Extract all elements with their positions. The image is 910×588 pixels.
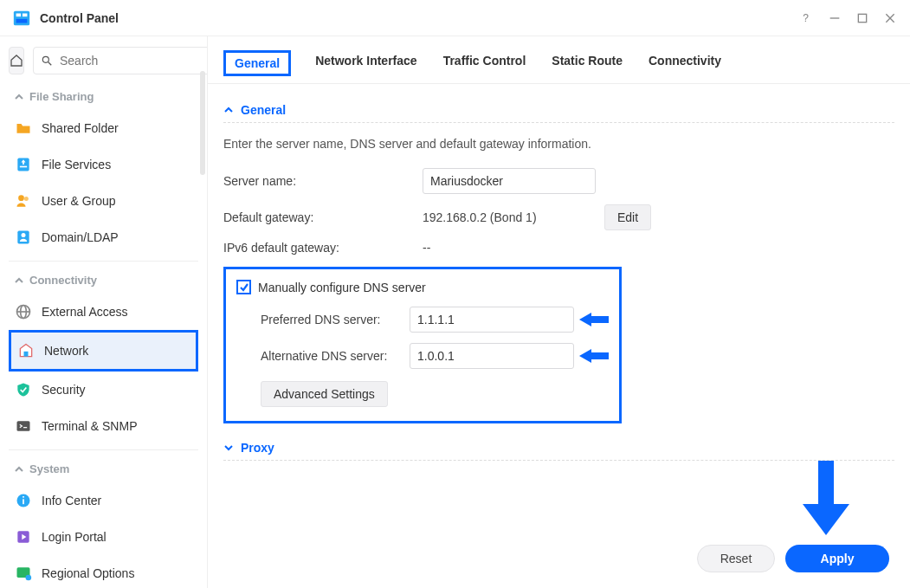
minimize-icon[interactable] bbox=[827, 10, 842, 26]
directory-icon bbox=[14, 228, 33, 247]
apply-button[interactable]: Apply bbox=[785, 545, 889, 572]
section-proxy-title: Proxy bbox=[241, 441, 274, 455]
advanced-settings-button[interactable]: Advanced Settings bbox=[261, 381, 388, 407]
sidebar-item-login-portal[interactable]: Login Portal bbox=[9, 519, 198, 555]
file-services-icon bbox=[14, 155, 33, 174]
svg-rect-34 bbox=[818, 461, 834, 504]
arrow-annotation-icon bbox=[803, 461, 849, 538]
titlebar: Control Panel ? bbox=[0, 0, 910, 36]
svg-rect-0 bbox=[14, 10, 29, 25]
section-connectivity[interactable]: Connectivity bbox=[9, 267, 198, 294]
sidebar-item-network[interactable]: Network bbox=[9, 330, 198, 372]
chevron-up-icon bbox=[14, 464, 24, 475]
info-icon bbox=[14, 491, 33, 510]
search-field[interactable] bbox=[33, 47, 208, 74]
svg-marker-32 bbox=[579, 313, 609, 326]
ipv6-gateway-label: IPv6 default gateway: bbox=[223, 241, 423, 255]
svg-rect-23 bbox=[17, 421, 30, 431]
server-name-label: Server name: bbox=[223, 174, 423, 188]
section-system[interactable]: System bbox=[9, 456, 198, 482]
sidebar-item-user-group[interactable]: User & Group bbox=[9, 183, 198, 219]
section-system-label: System bbox=[29, 462, 69, 475]
sidebar-item-label: Shared Folder bbox=[42, 121, 119, 135]
svg-point-15 bbox=[24, 197, 29, 201]
sidebar-item-regional-options[interactable]: Regional Options bbox=[9, 555, 198, 588]
row-alternative-dns: Alternative DNS server: bbox=[236, 338, 609, 374]
manual-dns-checkbox[interactable] bbox=[236, 280, 251, 294]
sidebar-item-label: File Services bbox=[42, 158, 111, 171]
reset-button[interactable]: Reset bbox=[697, 545, 775, 572]
row-preferred-dns: Preferred DNS server: bbox=[236, 301, 609, 338]
tab-traffic-control[interactable]: Traffic Control bbox=[442, 50, 528, 76]
footer-actions: Reset Apply bbox=[208, 533, 910, 588]
folder-icon bbox=[14, 119, 33, 138]
search-input[interactable] bbox=[58, 53, 208, 68]
svg-rect-1 bbox=[16, 13, 21, 16]
shield-icon bbox=[14, 380, 33, 399]
svg-marker-33 bbox=[579, 349, 609, 363]
svg-marker-35 bbox=[803, 504, 849, 535]
help-icon[interactable]: ? bbox=[799, 10, 815, 26]
tab-static-route[interactable]: Static Route bbox=[550, 50, 624, 76]
sidebar-item-info-center[interactable]: Info Center bbox=[9, 482, 198, 519]
alternative-dns-input[interactable] bbox=[410, 343, 574, 369]
sidebar-item-label: Login Portal bbox=[42, 530, 106, 544]
user-group-icon bbox=[14, 191, 33, 210]
svg-rect-2 bbox=[23, 13, 27, 16]
chevron-up-icon bbox=[14, 275, 24, 286]
tab-bar: General Network Interface Traffic Contro… bbox=[208, 36, 910, 84]
sidebar-item-label: Regional Options bbox=[42, 566, 134, 580]
svg-point-9 bbox=[42, 56, 48, 62]
svg-rect-3 bbox=[16, 18, 28, 23]
check-icon bbox=[239, 282, 249, 293]
chevron-up-icon bbox=[14, 92, 24, 102]
maximize-icon[interactable] bbox=[855, 10, 870, 26]
section-proxy-toggle[interactable]: Proxy bbox=[223, 436, 894, 461]
sidebar-item-label: Security bbox=[42, 383, 86, 397]
sidebar-item-label: Terminal & SNMP bbox=[42, 419, 137, 433]
globe-icon bbox=[14, 302, 33, 321]
sidebar-scrollbar[interactable] bbox=[200, 71, 205, 175]
row-default-gateway: Default gateway: 192.168.0.2 (Bond 1) Ed… bbox=[223, 199, 894, 236]
chevron-down-icon bbox=[223, 443, 234, 453]
section-file-sharing-label: File Sharing bbox=[29, 90, 94, 103]
sidebar: File Sharing Shared Folder File Services… bbox=[0, 36, 208, 588]
sidebar-item-file-services[interactable]: File Services bbox=[9, 146, 198, 183]
svg-rect-26 bbox=[23, 499, 24, 504]
alternative-dns-label: Alternative DNS server: bbox=[261, 349, 410, 363]
section-connectivity-label: Connectivity bbox=[29, 274, 97, 287]
sidebar-item-domain-ldap[interactable]: Domain/LDAP bbox=[9, 219, 198, 255]
svg-rect-12 bbox=[20, 166, 27, 168]
tab-network-interface[interactable]: Network Interface bbox=[313, 50, 418, 76]
svg-point-14 bbox=[18, 195, 24, 201]
section-general-title: General bbox=[241, 103, 286, 117]
arrow-annotation-icon bbox=[579, 347, 609, 365]
network-icon bbox=[16, 341, 35, 360]
sidebar-item-terminal-snmp[interactable]: Terminal & SNMP bbox=[9, 408, 198, 444]
tab-general[interactable]: General bbox=[223, 50, 291, 76]
row-ipv6-gateway: IPv6 default gateway: -- bbox=[223, 236, 894, 260]
preferred-dns-label: Preferred DNS server: bbox=[261, 313, 410, 326]
section-general-toggle[interactable]: General bbox=[223, 98, 894, 123]
general-description: Enter the server name, DNS server and de… bbox=[223, 137, 894, 151]
svg-rect-22 bbox=[24, 352, 29, 357]
sidebar-item-security[interactable]: Security bbox=[9, 372, 198, 408]
server-name-input[interactable] bbox=[423, 168, 596, 194]
section-file-sharing[interactable]: File Sharing bbox=[9, 83, 198, 110]
manual-dns-checkbox-row[interactable]: Manually configure DNS server bbox=[236, 280, 609, 294]
svg-line-10 bbox=[48, 62, 52, 66]
sidebar-item-label: Info Center bbox=[42, 494, 101, 507]
sidebar-item-external-access[interactable]: External Access bbox=[9, 294, 198, 330]
regional-icon bbox=[14, 564, 33, 583]
edit-gateway-button[interactable]: Edit bbox=[604, 204, 651, 230]
login-portal-icon bbox=[14, 527, 33, 546]
preferred-dns-input[interactable] bbox=[410, 307, 574, 333]
search-icon bbox=[41, 55, 53, 67]
arrow-annotation-icon bbox=[579, 311, 609, 328]
sidebar-item-shared-folder[interactable]: Shared Folder bbox=[9, 110, 198, 146]
sidebar-item-label: Network bbox=[44, 344, 88, 358]
home-button[interactable] bbox=[9, 47, 24, 74]
close-icon[interactable] bbox=[882, 10, 898, 26]
tab-connectivity[interactable]: Connectivity bbox=[647, 50, 723, 76]
window-title: Control Panel bbox=[40, 11, 119, 25]
